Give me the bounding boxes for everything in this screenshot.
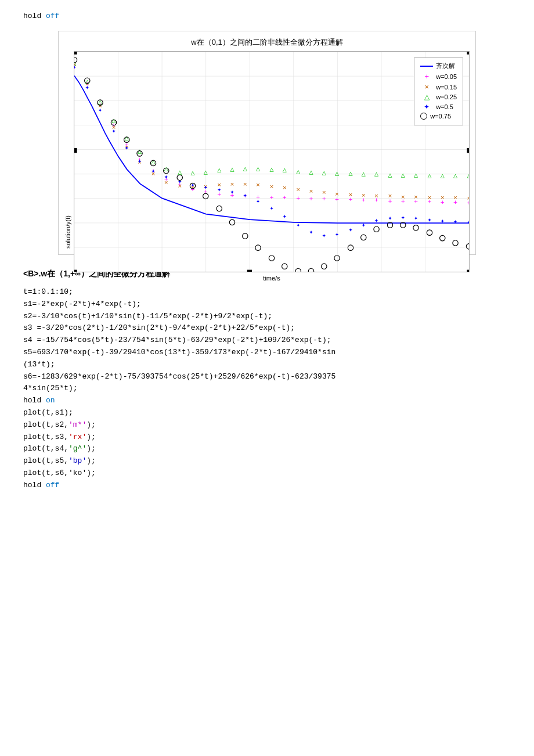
- string-gcaret: 'g^': [68, 444, 86, 453]
- svg-point-195: [466, 244, 469, 249]
- svg-point-178: [243, 233, 248, 239]
- svg-text:✦: ✦: [138, 157, 142, 165]
- svg-text:✦: ✦: [401, 214, 405, 222]
- svg-text:×: ×: [256, 181, 260, 189]
- svg-text:×: ×: [243, 181, 247, 189]
- x-axis-label: time/s: [74, 275, 470, 282]
- code-line-hold-off: hold off: [23, 480, 511, 492]
- plot-container: w在（0,1）之间的二阶非线性全微分方程通解 solution/y(t): [58, 31, 476, 255]
- svg-text:×: ×: [348, 191, 352, 199]
- svg-text:✦: ✦: [164, 173, 168, 181]
- svg-text:×: ×: [335, 190, 339, 199]
- svg-text:✦: ✦: [230, 188, 234, 196]
- svg-point-183: [308, 268, 313, 272]
- legend-item-w015: × w=0.15: [420, 82, 457, 91]
- code-block: t=1:0.1:10; s1=-2*exp(-2*t)+4*exp(-t); s…: [23, 286, 511, 492]
- svg-text:△: △: [322, 169, 327, 177]
- svg-text:△: △: [441, 172, 445, 180]
- svg-text:△: △: [296, 168, 301, 176]
- svg-text:✦: ✦: [269, 204, 273, 212]
- svg-point-191: [413, 225, 418, 231]
- keyword-on: on: [46, 396, 55, 405]
- svg-text:△: △: [309, 168, 313, 177]
- svg-text:△: △: [374, 170, 379, 178]
- code-line-plot1: plot(t,s1);: [23, 407, 511, 419]
- code-line-3: s2=-3/10*cos(t)+1/10*sin(t)-11/5*exp(-2*…: [23, 311, 511, 323]
- chart-svg: 1.4 1.2 1 0.8 0.6 0.4 0.2 0 -0.2 -0.4 1 …: [74, 52, 469, 272]
- off-keyword: off: [46, 12, 59, 20]
- svg-text:△: △: [388, 171, 392, 179]
- s6-markers: [74, 57, 469, 272]
- svg-text:✦: ✦: [111, 127, 116, 135]
- hold-keyword: hold: [23, 12, 46, 20]
- svg-point-192: [427, 230, 432, 235]
- code-line-hold-on: hold on: [23, 395, 511, 407]
- s4-markers: △ △ △ △ △ △ △ △ △ △ △ △ △ △ △: [74, 60, 469, 180]
- legend-label-w05: w=0.5: [436, 103, 453, 110]
- y-axis-label: solution/y(t): [64, 51, 71, 249]
- section-b-bold: <B>: [23, 269, 38, 278]
- svg-text:△: △: [414, 171, 418, 179]
- svg-text:△: △: [427, 172, 432, 180]
- svg-text:×: ×: [427, 194, 431, 202]
- svg-text:✦: ✦: [85, 84, 89, 92]
- svg-text:×: ×: [401, 193, 405, 201]
- legend-item-w05: ✦ w=0.5: [420, 103, 457, 111]
- svg-text:×: ×: [441, 194, 445, 202]
- svg-text:✦: ✦: [151, 167, 155, 175]
- plot-title: w在（0,1）之间的二阶非线性全微分方程通解: [64, 37, 470, 48]
- svg-text:✦: ✦: [374, 217, 378, 225]
- svg-text:+: +: [269, 194, 273, 202]
- legend-label-w015: w=0.15: [436, 84, 457, 91]
- svg-text:✦: ✦: [362, 221, 366, 229]
- plot-inner: solution/y(t): [64, 51, 470, 249]
- edge-marker-l: [74, 148, 77, 153]
- hold-off-top: hold off: [23, 12, 511, 20]
- svg-text:△: △: [217, 166, 222, 174]
- legend-label-w025: w=0.25: [436, 93, 457, 100]
- svg-point-176: [217, 206, 222, 211]
- legend-label-w075: w=0.75: [430, 113, 451, 120]
- legend-item-homogeneous: 齐次解: [420, 62, 457, 70]
- svg-text:+: +: [309, 195, 313, 203]
- s3-markers: × × × × × × × × × × × × × × ×: [74, 61, 469, 203]
- svg-text:✦: ✦: [125, 144, 129, 152]
- svg-text:✦: ✦: [309, 228, 313, 236]
- string-m-star: 'm*': [68, 420, 86, 429]
- svg-point-185: [334, 255, 340, 261]
- svg-point-180: [269, 255, 274, 261]
- svg-text:+: +: [283, 194, 287, 202]
- code-line-4: s3 =-3/20*cos(2*t)-1/20*sin(2*t)-9/4*exp…: [23, 322, 511, 334]
- svg-text:✦: ✦: [98, 106, 102, 114]
- legend-symbol-w015: ×: [420, 82, 433, 91]
- code-line-9: 4*sin(25*t);: [23, 383, 511, 395]
- code-line-plot4: plot(t,s4,'g^');: [23, 443, 511, 455]
- edge-marker-b: [247, 270, 252, 272]
- code-line-plot2: plot(t,s2,'m*');: [23, 419, 511, 431]
- svg-text:△: △: [283, 166, 287, 174]
- legend-item-w005: + w=0.05: [420, 72, 457, 81]
- svg-rect-0: [74, 52, 469, 272]
- svg-text:✦: ✦: [414, 214, 418, 222]
- svg-text:×: ×: [414, 193, 418, 201]
- legend-label-w005: w=0.05: [436, 73, 457, 80]
- svg-text:×: ×: [230, 181, 234, 189]
- svg-text:✦: ✦: [441, 217, 445, 225]
- svg-point-194: [453, 240, 458, 246]
- svg-text:△: △: [230, 165, 234, 174]
- svg-text:✦: ✦: [256, 197, 260, 206]
- corner-marker-bl: [74, 270, 77, 272]
- svg-text:✦: ✦: [427, 216, 431, 224]
- svg-text:△: △: [256, 165, 261, 173]
- svg-text:+: +: [296, 195, 300, 203]
- code-line-1: t=1:0.1:10;: [23, 286, 511, 298]
- svg-text:✦: ✦: [296, 221, 300, 229]
- corner-marker-tr: [467, 52, 469, 55]
- legend-symbol-w025: △: [420, 93, 433, 101]
- svg-text:×: ×: [283, 184, 287, 192]
- svg-text:×: ×: [362, 192, 366, 200]
- svg-point-179: [255, 245, 261, 250]
- legend-item-w075: w=0.75: [420, 113, 457, 120]
- chart-area: 1.4 1.2 1 0.8 0.6 0.4 0.2 0 -0.2 -0.4 1 …: [74, 51, 470, 272]
- svg-point-182: [295, 268, 301, 272]
